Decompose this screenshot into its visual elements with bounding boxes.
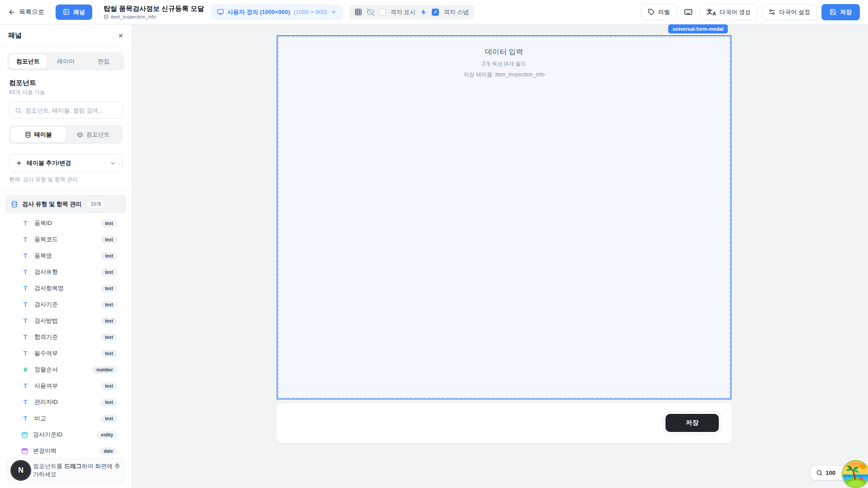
number-field-icon: #: [22, 366, 29, 373]
keyboard-icon: [684, 8, 693, 16]
date-field-icon: [22, 448, 28, 454]
save-icon: [830, 9, 836, 15]
source-tab-components[interactable]: 컴포넌트: [66, 127, 121, 142]
panel-toggle-button[interactable]: 패널: [56, 5, 92, 20]
database-icon: [11, 201, 18, 208]
modal-save-button[interactable]: 저장: [665, 414, 719, 432]
design-canvas[interactable]: universal-form-modal 데이터 입력 2개 섹션 |4개 필드…: [132, 24, 868, 488]
field-row[interactable]: T 합격기준 text: [0, 329, 132, 345]
field-type-badge: entity: [97, 431, 117, 439]
field-type-badge: text: [101, 399, 117, 406]
search-icon: [15, 107, 22, 114]
add-table-label: 테이블 추가/변경: [27, 159, 71, 167]
field-row[interactable]: T 검사기준 text: [0, 296, 132, 313]
field-name: 품목ID: [34, 219, 52, 227]
tag-icon: [648, 9, 655, 15]
save-button[interactable]: 저장: [821, 4, 860, 20]
page-title: 탑씰 품목검사정보 신규등록 모달: [104, 5, 204, 13]
field-row[interactable]: T 검사유형 text: [0, 264, 132, 280]
text-field-icon: T: [22, 415, 29, 422]
panel-toggle-label: 패널: [73, 8, 85, 16]
field-row[interactable]: T 필수여부 text: [0, 345, 132, 361]
viewport-size-value: (1000 × 900): [294, 9, 327, 15]
field-type-badge: text: [101, 252, 117, 260]
i18n-settings-label: 다국어 설정: [779, 8, 810, 16]
field-name: 관리자ID: [34, 398, 58, 406]
show-grid-checkbox[interactable]: [379, 9, 386, 16]
field-row[interactable]: 변경이력 date: [0, 443, 132, 459]
field-row[interactable]: T 검사방법 text: [0, 313, 132, 329]
field-name: 비고: [34, 414, 46, 422]
viewport-label: 사용자 정의 (1000×900): [227, 8, 290, 16]
field-row[interactable]: T 품목ID text: [0, 215, 132, 231]
tab-layers[interactable]: 레이어: [47, 54, 85, 69]
table-card-name: 검사 유형 및 항목 관리: [22, 200, 81, 208]
source-tab-tables[interactable]: 테이블: [11, 127, 66, 142]
field-type-badge: text: [101, 285, 117, 292]
monitor-icon: [217, 9, 224, 15]
field-name: 정렬순서: [34, 366, 58, 374]
eye-off-icon[interactable]: [367, 8, 374, 16]
keyboard-shortcuts-button[interactable]: [681, 5, 695, 19]
magnifier-icon: [816, 469, 823, 476]
field-name: 검사기준ID: [33, 431, 62, 439]
text-field-icon: T: [22, 317, 29, 324]
zoom-value: 100: [826, 469, 835, 476]
snap-grid-label: 격자 스냅: [443, 8, 469, 16]
plus-icon: [16, 160, 22, 166]
database-icon: [104, 14, 108, 19]
components-section-header: 컴포넌트 83개 사용 가능: [0, 70, 132, 96]
field-row[interactable]: T 검사항목명 text: [0, 280, 132, 296]
text-field-icon: T: [22, 268, 29, 276]
field-type-badge: date: [99, 447, 117, 455]
field-name: 품목코드: [34, 235, 58, 244]
search-input[interactable]: [25, 107, 117, 114]
field-type-badge: number: [92, 366, 117, 374]
field-type-badge: text: [101, 268, 117, 276]
field-row[interactable]: 검사기준ID entity: [0, 427, 132, 443]
top-header: 목록으로 패널 탑씰 품목검사정보 신규등록 모달 item_inspectio…: [0, 0, 868, 24]
zoom-indicator[interactable]: 100: [811, 466, 847, 480]
field-row[interactable]: T 비고 text: [0, 410, 132, 427]
tab-edit[interactable]: 편집: [85, 54, 123, 69]
i18n-settings-button[interactable]: 다국어 설정: [762, 4, 817, 20]
field-name: 품목명: [34, 252, 52, 260]
back-to-list-button[interactable]: 목록으로: [8, 8, 44, 16]
field-row[interactable]: T 품목명 text: [0, 248, 132, 264]
viewport-size-selector[interactable]: 사용자 정의 (1000×900) (1000 × 900): [211, 5, 343, 20]
entity-field-icon: [22, 432, 28, 438]
divider: [0, 190, 132, 190]
label-button[interactable]: 라벨: [641, 4, 677, 20]
selection-tag: universal-form-modal: [668, 24, 728, 33]
field-name: 검사항목명: [34, 284, 64, 292]
grid-icon[interactable]: [354, 8, 362, 16]
i18n-generate-button[interactable]: 文A 다국어 생성: [700, 4, 757, 20]
form-modal-footer: 저장: [277, 403, 731, 443]
field-row[interactable]: T 관리자ID text: [0, 394, 132, 410]
form-modal-body[interactable]: 데이터 입력 2개 섹션 |4개 필드 저장 테이블: item_inspect…: [277, 35, 731, 399]
island-badge-icon[interactable]: [843, 461, 868, 487]
page-subtitle: item_inspection_info: [104, 14, 204, 19]
back-arrow-icon: [8, 9, 15, 16]
save-button-label: 저장: [840, 8, 852, 16]
field-row[interactable]: # 정렬순서 number: [0, 361, 132, 378]
table-card[interactable]: 검사 유형 및 항목 관리 15개: [5, 195, 126, 213]
field-row[interactable]: T 사용여부 text: [0, 378, 132, 394]
tab-components[interactable]: 컴포넌트: [9, 54, 47, 69]
database-icon: [25, 131, 31, 138]
field-type-badge: text: [101, 236, 117, 244]
field-row[interactable]: T 품목코드 text: [0, 231, 132, 248]
divider: [98, 7, 98, 18]
add-table-button[interactable]: 테이블 추가/변경: [9, 154, 123, 172]
field-type-badge: text: [101, 301, 117, 309]
label-button-text: 라벨: [658, 8, 670, 16]
source-tabs: 테이블 컴포넌트: [9, 125, 123, 144]
field-type-badge: text: [101, 350, 117, 357]
close-icon[interactable]: ✕: [118, 33, 123, 39]
text-field-icon: T: [22, 301, 29, 308]
text-field-icon: T: [22, 220, 29, 227]
settings-sliders-icon: [769, 9, 775, 15]
divider: [50, 7, 50, 18]
snap-grid-checkbox[interactable]: ✓: [432, 9, 439, 16]
component-search[interactable]: [9, 102, 123, 119]
